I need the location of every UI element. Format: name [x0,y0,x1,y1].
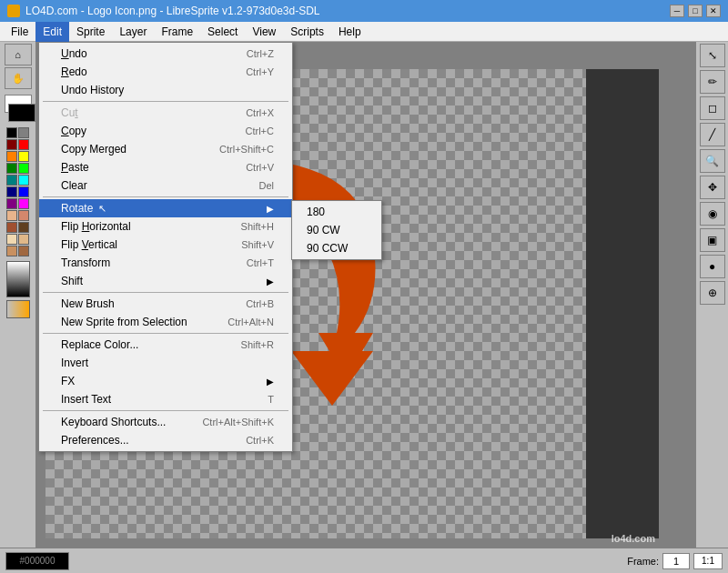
menu-select[interactable]: Select [200,22,245,42]
paste-label: Paste [61,161,89,174]
copy-label: Copy [61,125,86,137]
palette-cell[interactable] [18,210,29,221]
palette-cell[interactable] [6,234,17,245]
menu-transform[interactable]: Transform Ctrl+T [39,254,292,272]
color-palette [6,127,30,318]
preferences-shortcut: Ctrl+K [246,435,274,446]
palette-cell[interactable] [6,127,17,138]
palette-cell[interactable] [6,151,17,162]
close-button[interactable]: ✕ [706,5,721,17]
fill-tool-right[interactable]: ◉ [700,202,725,226]
rotate-90ccw[interactable]: 90 CCW [292,239,381,257]
menu-file[interactable]: File [4,22,35,42]
home-tool[interactable]: ⌂ [5,44,32,65]
menu-new-sprite[interactable]: New Sprite from Selection Ctrl+Alt+N [39,313,292,331]
eraser-tool-right[interactable]: ◻ [700,96,725,120]
palette-cell[interactable] [18,246,29,256]
menu-keyboard-shortcuts[interactable]: Keyboard Shortcuts... Ctrl+Alt+Shift+K [39,413,292,431]
menu-invert[interactable]: Invert [39,354,292,372]
palette-cell[interactable] [6,163,17,174]
menu-cut[interactable]: Cut Ctrl+X [39,104,292,122]
palette-cell[interactable] [18,198,29,209]
hand-tool[interactable]: ✋ [5,67,32,89]
menu-undo-history[interactable]: Undo History [39,81,292,99]
palette-cell[interactable] [6,198,17,209]
opacity-swatch[interactable] [6,300,30,318]
palette-cell[interactable] [6,222,17,233]
zoom-tool-right[interactable]: 🔍 [700,149,725,173]
insert-text-label: Insert Text [61,393,111,406]
replace-color-label: Replace Color... [61,338,138,351]
separator-2 [43,196,288,197]
menu-copy-merged[interactable]: Copy Merged Ctrl+Shift+C [39,140,292,158]
menu-flip-horizontal[interactable]: Flip Horizontal Shift+H [39,217,292,236]
palette-cell[interactable] [6,186,17,197]
bg-color-swatch[interactable] [8,104,35,122]
palette-row-7 [6,210,30,221]
palette-cell[interactable] [18,186,29,197]
maximize-button[interactable]: □ [688,5,703,17]
menu-replace-color[interactable]: Replace Color... Shift+R [39,336,292,354]
menu-shift[interactable]: Shift ▶ [39,272,292,290]
edit-menu-dropdown: Undo Ctrl+Z Redo Ctrl+Y Undo History Cut… [38,42,293,452]
title-bar-left: LO4D.com - Logo Icon.png - LibreSprite v… [7,5,320,17]
palette-cell[interactable] [18,234,29,245]
palette-cell[interactable] [18,163,29,174]
palette-cell[interactable] [6,175,17,186]
eyedropper-tool-right[interactable]: ⊕ [700,281,725,305]
status-bar: #000000 Frame: 1:1 [0,548,728,573]
rotate-submenu-container: 180 90 CW 90 CCW [291,200,382,260]
palette-cell[interactable] [18,175,29,186]
menu-fx[interactable]: FX ▶ [39,372,292,390]
palette-cell[interactable] [6,139,17,150]
undo-label: Undo [61,47,87,60]
menu-frame[interactable]: Frame [154,22,200,42]
menu-rotate[interactable]: Rotate ↖ ▶ [39,199,292,217]
menu-preferences[interactable]: Preferences... Ctrl+K [39,431,292,449]
title-bar-controls[interactable]: ─ □ ✕ [670,5,721,17]
menu-scripts[interactable]: Scripts [283,22,331,42]
line-tool-right[interactable]: ╱ [700,123,725,146]
menu-paste[interactable]: Paste Ctrl+V [39,158,292,176]
palette-cell[interactable] [18,222,29,233]
transform-shortcut: Ctrl+T [247,257,274,268]
menu-copy[interactable]: Copy Ctrl+C [39,122,292,140]
menu-clear[interactable]: Clear Del [39,176,292,195]
palette-cell[interactable] [18,151,29,162]
palette-row-10 [6,246,30,256]
menu-edit[interactable]: Edit [35,22,69,42]
frame-input[interactable] [662,553,690,569]
color-indicator[interactable]: #000000 [5,552,69,570]
shift-submenu-arrow: ▶ [267,276,274,286]
menu-layer[interactable]: Layer [112,22,154,42]
menu-bar: File Edit Sprite Layer Frame Select View… [0,22,728,42]
app-icon [7,5,20,17]
pencil-tool-right[interactable]: ✏ [700,70,725,94]
menu-view[interactable]: View [245,22,283,42]
copy-merged-shortcut: Ctrl+Shift+C [219,144,274,155]
menu-help[interactable]: Help [331,22,369,42]
menu-new-brush[interactable]: New Brush Ctrl+B [39,295,292,313]
menu-undo[interactable]: Undo Ctrl+Z [39,45,292,63]
palette-cell[interactable] [18,139,29,150]
copy-shortcut: Ctrl+C [246,126,274,136]
zoom-fit-button[interactable]: ⤡ [700,44,725,67]
rotate-90cw[interactable]: 90 CW [292,221,381,239]
palette-row-3 [6,163,30,174]
left-toolbar: ⌂ ✋ [0,42,36,548]
menu-insert-text[interactable]: Insert Text T [39,390,292,408]
menu-redo[interactable]: Redo Ctrl+Y [39,63,292,81]
new-sprite-label: New Sprite from Selection [61,316,187,328]
menu-flip-vertical[interactable]: Flip Vertical Shift+V [39,236,292,254]
palette-cell[interactable] [6,246,17,256]
gradient-swatch[interactable] [6,261,30,297]
zoom-indicator: 1:1 [693,553,723,569]
brush-tool-right[interactable]: ● [700,255,725,278]
rotate-180[interactable]: 180 [292,203,381,221]
menu-sprite[interactable]: Sprite [69,22,112,42]
select-tool-right[interactable]: ▣ [700,228,725,252]
minimize-button[interactable]: ─ [670,5,684,17]
move-tool-right[interactable]: ✥ [700,176,725,199]
palette-cell[interactable] [6,210,17,221]
palette-cell[interactable] [18,127,29,138]
